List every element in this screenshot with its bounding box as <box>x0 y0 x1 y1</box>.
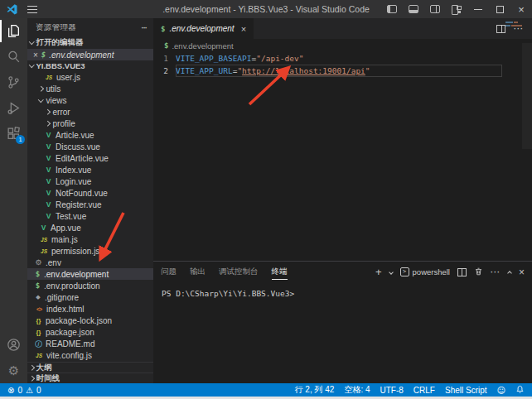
breadcrumb-item[interactable]: .env.development <box>172 41 233 50</box>
url-link[interactable]: http://localhost:19001/api <box>242 66 365 75</box>
close-icon[interactable]: × <box>33 50 38 60</box>
open-editor-item[interactable]: × $ .env.development <box>27 49 153 60</box>
code-line-2[interactable]: 2VITE_APP_URL="http://localhost:19001/ap… <box>153 65 532 77</box>
tree-item--env-production[interactable]: $.env.production <box>27 280 153 291</box>
encoding[interactable]: UTF-8 <box>380 386 404 395</box>
tree-item-label: .env.development <box>44 270 109 279</box>
tree-item--env[interactable]: ⚙.env <box>27 257 153 268</box>
code-token: VITE_APP_BASEAPI <box>176 54 252 63</box>
tree-item-user-js[interactable]: JSuser.js <box>27 71 153 83</box>
tree-item-test-vue[interactable]: VTest.vue <box>27 210 153 222</box>
problems-status[interactable]: ⊗ 0 ⚠ 0 <box>7 386 41 395</box>
tree-item-label: .env.production <box>44 281 100 291</box>
code-area[interactable]: 1VITE_APP_BASEAPI="/api-dev"2VITE_APP_UR… <box>153 52 532 77</box>
close-button[interactable]: × <box>510 0 532 18</box>
line-content: VITE_APP_BASEAPI="/api-dev" <box>176 52 502 65</box>
kill-terminal-icon[interactable] <box>474 265 483 280</box>
cursor-position[interactable]: 行 2, 列 42 <box>295 384 335 396</box>
tab-env-development[interactable]: $ .env.development × <box>153 18 254 39</box>
close-panel-icon[interactable]: × <box>519 267 525 278</box>
terminal-dropdown-icon[interactable] <box>389 270 394 275</box>
vue-icon: V <box>45 142 52 151</box>
minimize-button[interactable] <box>467 0 489 18</box>
indentation[interactable]: 空格: 4 <box>344 384 370 396</box>
language-mode[interactable]: Shell Script <box>445 386 487 395</box>
tree-item-app-vue[interactable]: VApp.vue <box>27 222 153 233</box>
tree-item-package-lock-json[interactable]: {}package-lock.json <box>27 315 153 326</box>
maximize-button[interactable] <box>489 0 510 18</box>
tree-item-label: package.json <box>46 328 94 337</box>
tree-item-utils[interactable]: utils <box>27 83 153 94</box>
panel-tab-inactive[interactable]: 输出 <box>190 264 206 280</box>
project-root-header[interactable]: YI.BBS.VUE3 <box>27 60 153 71</box>
minimap[interactable] <box>505 22 527 28</box>
tree-item-readme-md[interactable]: iREADME.md <box>27 338 153 349</box>
tree-item-index-vue[interactable]: VIndex.vue <box>27 164 153 175</box>
terminal-instance[interactable]: > powershell <box>400 267 450 276</box>
activity-bar: 1 ⚙ <box>0 18 27 383</box>
tree-item--env-development[interactable]: $.env.development <box>27 268 153 280</box>
toggle-sidebar-button[interactable] <box>381 0 403 18</box>
code-line-1[interactable]: 1VITE_APP_BASEAPI="/api-dev" <box>153 52 532 65</box>
customize-layout-button[interactable] <box>446 0 467 18</box>
tree-item-editarticle-vue[interactable]: VEditArticle.vue <box>27 152 153 164</box>
editor-group: $ .env.development × ··· $ .env.developm… <box>153 18 532 261</box>
open-editors-header[interactable]: 打开的编辑器 <box>27 36 153 49</box>
feedback-icon[interactable]: ☺ <box>497 386 505 395</box>
run-debug-icon[interactable] <box>0 95 27 121</box>
terminal-output[interactable]: PS D:\CSharp\Yi\Yi.BBS.Vue3> <box>153 282 532 298</box>
tree-item-article-vue[interactable]: VArticle.vue <box>27 129 153 141</box>
line-content: VITE_APP_URL="http://localhost:19001/api… <box>176 65 502 77</box>
tree-item-vite-config-js[interactable]: JSvite.config.js <box>27 349 153 361</box>
chevron-right-icon <box>45 121 50 126</box>
panel-tab-active[interactable]: 终端 <box>272 264 288 280</box>
new-terminal-icon[interactable]: + <box>375 267 382 277</box>
tree-item-permission-js[interactable]: JSpermission.js <box>27 245 153 257</box>
search-icon[interactable] <box>0 44 27 70</box>
split-terminal-icon[interactable] <box>457 268 467 276</box>
line-number: 2 <box>153 66 176 75</box>
tree-item-notfound-vue[interactable]: VNotFound.vue <box>27 187 153 199</box>
tree-item-register-vue[interactable]: VRegister.vue <box>27 199 153 210</box>
editor-scrollbar[interactable] <box>522 43 532 149</box>
explorer-icon[interactable] <box>0 18 27 44</box>
tree-item-error[interactable]: error <box>27 106 153 118</box>
error-count: 0 <box>17 386 22 395</box>
breadcrumb[interactable]: $ .env.development <box>153 39 532 52</box>
toggle-panel-button[interactable] <box>403 0 424 18</box>
panel-tab-inactive[interactable]: 问题 <box>161 264 177 280</box>
tree-item-main-js[interactable]: JSmain.js <box>27 233 153 245</box>
eol-sequence[interactable]: CRLF <box>414 386 435 395</box>
panel-more-actions-icon[interactable]: ··· <box>491 268 501 276</box>
panel-tab-inactive[interactable]: 调试控制台 <box>219 264 259 280</box>
toggle-secondary-sidebar-button[interactable] <box>424 0 446 18</box>
chevron-right-icon <box>29 365 34 370</box>
tree-item--gitignore[interactable]: ◆.gitignore <box>27 291 153 303</box>
notifications-bell-icon[interactable] <box>515 385 525 396</box>
tree-item-label: Login.vue <box>56 177 91 186</box>
tab-close-icon[interactable]: × <box>241 24 246 34</box>
terminal-prompt: PS D:\CSharp\Yi\Yi.BBS.Vue3> <box>162 289 294 298</box>
sidebar-more-actions-icon[interactable]: ··· <box>142 23 148 32</box>
js-icon: JS <box>35 353 43 358</box>
account-icon[interactable] <box>0 332 27 358</box>
tree-item-profile[interactable]: profile <box>27 118 153 129</box>
tree-item-index-html[interactable]: <>index.html <box>27 303 153 315</box>
settings-gear-icon[interactable]: ⚙ <box>0 358 27 383</box>
title-bar: .env.development - Yi.BBS.Vue3 - Visual … <box>0 0 532 18</box>
tree-item-package-json[interactable]: {}package.json <box>27 326 153 338</box>
split-editor-icon[interactable] <box>496 25 505 33</box>
tree-item-discuss-vue[interactable]: VDiscuss.vue <box>27 141 153 152</box>
tree-item-login-vue[interactable]: VLogin.vue <box>27 175 153 187</box>
maximize-panel-icon[interactable] <box>507 271 512 276</box>
source-control-icon[interactable] <box>0 70 27 95</box>
outline-section[interactable]: 大纲 <box>27 362 153 373</box>
warning-count: 0 <box>36 386 41 395</box>
menu-icon[interactable] <box>27 6 37 13</box>
tree-item-label: error <box>53 108 70 117</box>
extensions-icon[interactable]: 1 <box>0 121 27 147</box>
tree-item-label: .gitignore <box>45 293 79 302</box>
timeline-section[interactable]: 时间线 <box>27 373 153 383</box>
tree-item-views[interactable]: views <box>27 94 153 106</box>
js-icon: JS <box>45 75 53 80</box>
